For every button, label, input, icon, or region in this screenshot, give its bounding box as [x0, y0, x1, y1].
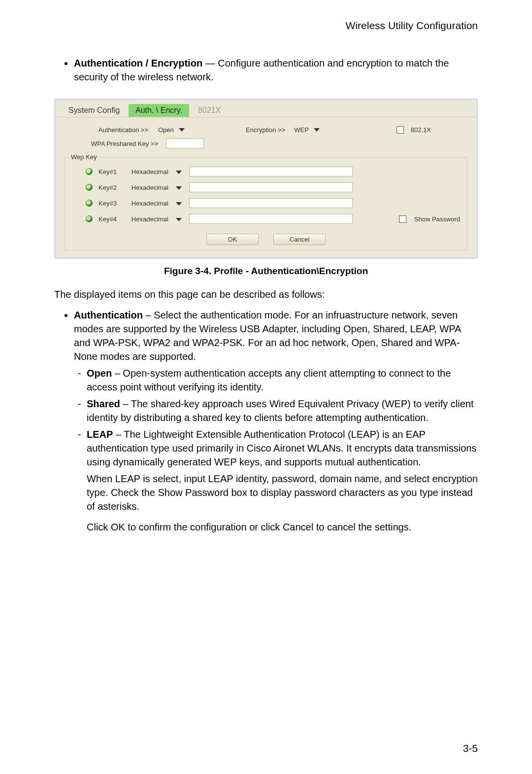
figure-caption: Figure 3-4. Profile - Authentication\Enc… [54, 266, 478, 277]
wep-key2-dropdown[interactable] [174, 184, 183, 191]
chevron-down-icon [176, 202, 182, 206]
wep-key4-fmt: Hexadecimal [129, 215, 168, 223]
auth-dropdown[interactable]: Open [156, 125, 204, 135]
wep-key3-label: Key#3 [99, 200, 123, 207]
auth-panel: Authentication >> Open Encryption >> WEP… [56, 117, 476, 257]
page-number: 3-5 [463, 742, 478, 754]
sub-open: Open – Open-system authentication accept… [87, 366, 478, 394]
wep-key1-label: Key#1 [99, 168, 123, 176]
wep-row-2: Key#2 Hexadecimal [70, 179, 462, 195]
auth-sublist: Open – Open-system authentication accept… [74, 366, 478, 534]
wep-key4-label: Key#4 [99, 215, 123, 223]
profile-auth-screenshot: System Config Auth. \ Encry. 8021X Authe… [54, 99, 478, 259]
wep-key1-input[interactable] [189, 167, 353, 176]
description-list: Authentication – Select the authenticati… [54, 308, 478, 534]
wep-key3-input[interactable] [189, 198, 353, 208]
auth-bold: Authentication [74, 310, 143, 320]
wep-radio-4[interactable] [86, 215, 93, 222]
wep-key4-input[interactable] [189, 214, 353, 224]
leap-para3: Click OK to confirm the configuration or… [87, 522, 411, 532]
auth-value: Open [158, 126, 174, 134]
dot1x-checkbox[interactable] [397, 126, 404, 134]
page-header: Wireless Utility Configuration [54, 20, 478, 32]
open-rest: – Open-system authentication accepts any… [87, 368, 451, 392]
intro-bullet-list: Authentication / Encryption — Configure … [54, 56, 478, 84]
intro-bold: Authentication / Encryption [74, 58, 202, 69]
wep-radio-2[interactable] [86, 184, 93, 191]
wep-key-fieldset: Wep Key Key#1 Hexadecimal Key#2 Hexadeci… [65, 157, 467, 250]
wep-radio-3[interactable] [86, 200, 93, 207]
wep-key4-dropdown[interactable] [174, 215, 183, 223]
chevron-down-icon [176, 171, 182, 174]
wep-key1-fmt: Hexadecimal [129, 168, 168, 176]
wep-key2-input[interactable] [189, 182, 353, 192]
sub-shared: Shared – The shared-key approach uses Wi… [87, 397, 478, 424]
leap-rest: – The Lightweight Extensible Authenticat… [87, 429, 476, 467]
shared-bold: Shared [87, 398, 120, 409]
wep-row-3: Key#3 Hexadecimal [70, 195, 462, 211]
chevron-down-icon [176, 186, 182, 190]
psk-input[interactable] [166, 139, 204, 148]
shared-rest: – The shared-key approach uses Wired Equ… [87, 398, 474, 423]
wep-key2-label: Key#2 [99, 184, 123, 191]
wep-legend: Wep Key [69, 153, 99, 161]
wep-key1-dropdown[interactable] [174, 168, 183, 176]
wep-key3-dropdown[interactable] [174, 200, 183, 207]
open-bold: Open [87, 368, 112, 379]
dot1x-label: 802.1X [409, 126, 433, 134]
auth-label: Authentication >> [65, 126, 151, 134]
wep-radio-1[interactable] [86, 168, 93, 175]
tab-auth-encry[interactable]: Auth. \ Encry. [129, 104, 189, 117]
tab-strip: System Config Auth. \ Encry. 8021X [56, 100, 476, 117]
tab-8021x: 8021X [191, 104, 228, 117]
desc-intro: The displayed items on this page can be … [54, 287, 478, 301]
chevron-down-icon [314, 128, 320, 132]
wep-key2-fmt: Hexadecimal [129, 184, 168, 191]
tab-system-config[interactable]: System Config [62, 104, 127, 117]
chevron-down-icon [176, 218, 182, 221]
wep-key3-fmt: Hexadecimal [129, 200, 168, 207]
leap-para2: When LEAP is select, input LEAP identity… [87, 473, 478, 512]
leap-bold: LEAP [87, 429, 113, 440]
enc-value: WEP [294, 126, 309, 134]
wep-row-1: Key#1 Hexadecimal [70, 164, 462, 179]
ok-button[interactable]: OK [206, 234, 259, 245]
enc-label: Encryption >> [244, 126, 287, 134]
cancel-button[interactable]: Cancel [273, 234, 326, 245]
show-password-label: Show Password [412, 215, 462, 223]
wep-row-4: Key#4 Hexadecimal Show Password [70, 211, 462, 227]
auth-item: Authentication – Select the authenticati… [74, 308, 478, 534]
psk-label: WPA Preshared Key >> [65, 140, 161, 147]
enc-dropdown[interactable]: WEP [292, 125, 340, 135]
show-password-checkbox[interactable] [399, 215, 406, 223]
intro-bullet: Authentication / Encryption — Configure … [74, 56, 478, 84]
sub-leap: LEAP – The Lightweight Extensible Authen… [87, 427, 478, 534]
chevron-down-icon [179, 128, 185, 132]
